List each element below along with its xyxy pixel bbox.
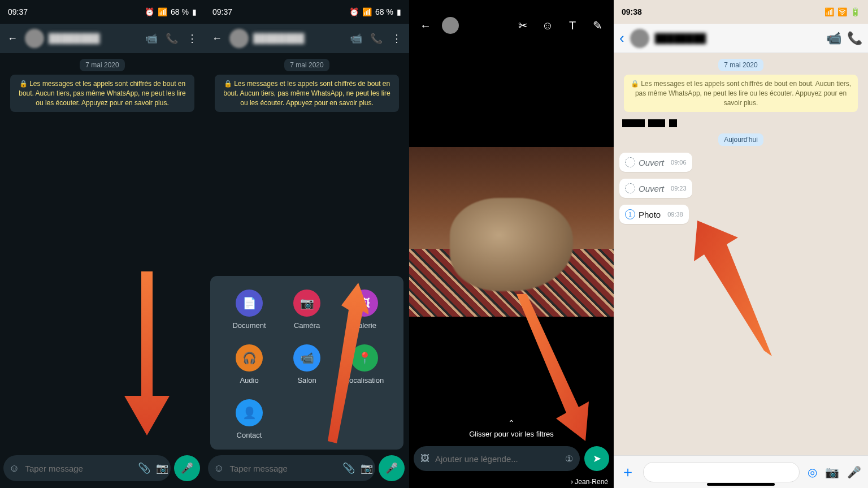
panel-android-attach: 09:37 ⏰ 📶 68 % ▮ ← ████████ 📹 📞 ⋮ 7 mai …: [205, 0, 409, 488]
back-icon[interactable]: ←: [417, 19, 434, 32]
label: Contact: [237, 431, 262, 439]
emoji-icon[interactable]: ☺: [214, 463, 224, 474]
recipient-chip[interactable]: › Jean-René: [571, 478, 608, 486]
view-once-icon: [625, 157, 635, 167]
more-icon[interactable]: ⋮: [389, 32, 405, 45]
status-bar: 09:37 ⏰ 📶 68 % ▮: [0, 0, 205, 24]
contact-name[interactable]: ████████: [253, 33, 344, 44]
send-button[interactable]: ➤: [584, 446, 609, 471]
panel-photo-editor: ← ✂ ☺ T ✎ ⌃ Glisser pour voir les filtre…: [409, 0, 614, 488]
chat-body: 7 mai 2020 🔒 Les messages et les appels …: [614, 53, 868, 452]
status-right: 📶 🛜 🔋: [824, 7, 860, 16]
camera-icon: 📷: [293, 290, 320, 317]
photo-preview[interactable]: [409, 147, 614, 317]
message-input[interactable]: [643, 462, 800, 482]
status-time: 09:37: [8, 7, 28, 16]
attach-icon[interactable]: 📎: [138, 462, 150, 474]
signal-icon: 📶: [158, 7, 167, 16]
msg-label: Ouvert: [639, 158, 664, 167]
chat-body: 7 mai 2020 🔒 Les messages et les appels …: [0, 53, 205, 446]
encryption-notice[interactable]: 🔒 Les messages et les appels sont chiffr…: [624, 75, 858, 112]
label: Document: [232, 321, 266, 330]
mic-icon[interactable]: 🎤: [847, 465, 861, 479]
status-time: 09:38: [622, 7, 642, 16]
msg-label: Photo: [639, 210, 661, 219]
camera-icon[interactable]: 📷: [361, 462, 373, 474]
back-icon[interactable]: ←: [209, 33, 225, 45]
attach-icon[interactable]: 📎: [342, 462, 355, 474]
battery-icon: 🔋: [850, 7, 860, 16]
wifi-icon: 🛜: [837, 7, 847, 16]
text-icon[interactable]: T: [564, 19, 581, 32]
encryption-notice[interactable]: 🔒 Les messages et les appels sont chiffr…: [215, 75, 399, 112]
back-icon[interactable]: ←: [5, 33, 20, 45]
message-photo[interactable]: 1 Photo 09:38: [619, 205, 689, 224]
video-call-icon[interactable]: 📹: [348, 32, 364, 45]
message-input[interactable]: [229, 464, 337, 473]
status-bar: 09:38 📶 🛜 🔋: [614, 0, 868, 24]
status-bar: 09:37 ⏰ 📶 68 % ▮: [205, 0, 409, 24]
caption-bar: 🖼 ①: [414, 446, 580, 471]
caption-input[interactable]: [435, 454, 559, 464]
battery-text: 68 %: [375, 7, 393, 16]
emoji-icon[interactable]: ☺: [9, 463, 19, 474]
audio-icon: 🎧: [236, 344, 263, 372]
photo-subject: [450, 198, 572, 291]
label: Caméra: [294, 321, 320, 330]
sticker-icon[interactable]: ◎: [808, 465, 817, 479]
chat-header: ← ████████ 📹 📞 ⋮: [205, 24, 409, 53]
battery-text: 68 %: [171, 7, 189, 16]
contact-name[interactable]: ████████: [655, 33, 821, 44]
msg-time: 09:23: [671, 185, 687, 192]
message-ouvert-2[interactable]: Ouvert 09:23: [619, 179, 692, 198]
back-icon[interactable]: ‹: [619, 29, 624, 47]
contact-name[interactable]: ████████: [49, 33, 139, 44]
panel-ios-chat: 09:38 📶 🛜 🔋 ‹ ████████ 📹 📞 7 mai 2020 🔒 …: [614, 0, 868, 488]
video-call-icon[interactable]: 📹: [144, 32, 159, 45]
voice-call-icon[interactable]: 📞: [368, 32, 384, 45]
view-once-icon[interactable]: ①: [565, 454, 573, 464]
attach-camera[interactable]: 📷 Caméra: [278, 290, 336, 330]
attach-gallery[interactable]: 🖼 Galerie: [336, 290, 393, 330]
mic-button[interactable]: 🎤: [379, 455, 405, 481]
message-ouvert-1[interactable]: Ouvert 09:06: [619, 153, 692, 172]
message-input[interactable]: [25, 464, 132, 473]
sticker-icon[interactable]: ☺: [539, 19, 556, 32]
attach-location[interactable]: 📍 Localisation: [336, 344, 393, 385]
camera-icon[interactable]: 📷: [156, 462, 168, 474]
msg-time: 09:06: [671, 159, 687, 166]
more-icon[interactable]: ⋮: [184, 32, 200, 45]
msg-label: Ouvert: [639, 184, 664, 193]
battery-icon: ▮: [397, 7, 401, 16]
video-call-icon[interactable]: 📹: [826, 31, 841, 46]
filters-label: Glisser pour voir les filtres: [469, 430, 554, 438]
avatar[interactable]: [25, 29, 44, 48]
filters-hint[interactable]: ⌃ Glisser pour voir les filtres: [409, 418, 614, 438]
label: Salon: [297, 376, 316, 385]
attach-audio[interactable]: 🎧 Audio: [220, 344, 278, 385]
add-photo-icon[interactable]: 🖼: [420, 454, 429, 464]
status-right: ⏰ 📶 68 % ▮: [349, 7, 401, 16]
contact-icon: 👤: [236, 399, 263, 426]
attach-contact[interactable]: 👤 Contact: [220, 399, 278, 439]
avatar[interactable]: [630, 29, 649, 48]
message-input-bar: ☺ 📎 📷: [3, 455, 171, 481]
location-icon: 📍: [351, 344, 378, 372]
view-once-icon: [625, 183, 635, 193]
attach-room[interactable]: 📹 Salon: [278, 344, 336, 385]
chat-header: ‹ ████████ 📹 📞: [614, 24, 868, 53]
alarm-icon: ⏰: [349, 7, 359, 16]
label: Audio: [240, 376, 258, 385]
encryption-notice[interactable]: 🔒 Les messages et les appels sont chiffr…: [10, 75, 194, 112]
mic-button[interactable]: 🎤: [174, 455, 200, 481]
crop-icon[interactable]: ✂: [514, 19, 531, 32]
alarm-icon: ⏰: [145, 7, 154, 16]
attach-document[interactable]: 📄 Document: [220, 290, 278, 330]
add-icon[interactable]: ＋: [620, 462, 635, 482]
voice-call-icon[interactable]: 📞: [164, 32, 180, 45]
camera-icon[interactable]: 📷: [825, 465, 839, 479]
date-chip: 7 mai 2020: [80, 59, 124, 71]
draw-icon[interactable]: ✎: [589, 19, 606, 32]
voice-call-icon[interactable]: 📞: [847, 31, 862, 46]
avatar[interactable]: [229, 29, 249, 48]
